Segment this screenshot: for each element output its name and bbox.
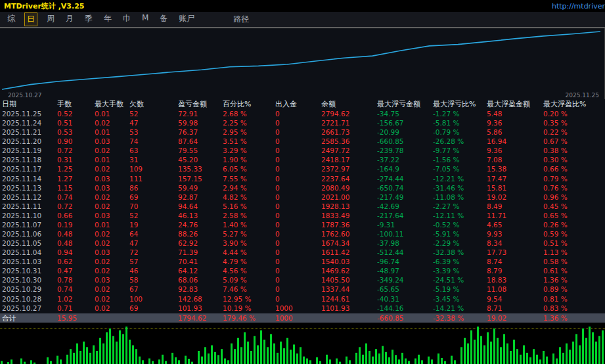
table-cell: 1.02 [55,294,93,304]
total-cell [127,313,176,323]
table-cell: 88.26 [176,229,221,239]
column-header[interactable]: 最大浮亏比% [431,99,485,109]
table-cell: 0 [273,155,319,164]
table-cell: 1000 [273,304,319,313]
menu-item-4[interactable]: 月 [64,12,76,26]
table-cell: 72.91 [176,109,221,118]
column-header[interactable]: 最大浮亏金额 [375,99,431,109]
table-cell: 53 [127,127,176,137]
table-row[interactable]: 2025.11.190.720.026379.553.29 %02497.72-… [0,146,605,155]
table-cell: 1337.44 [319,284,375,294]
menu-item-8[interactable]: M [140,12,150,26]
column-header[interactable]: 盈亏金额 [176,99,221,109]
column-header[interactable]: 最大手数 [93,99,127,109]
table-cell: 2025.10.28 [0,294,55,304]
total-cell [319,313,375,323]
table-cell: 2025.11.13 [0,183,55,193]
table-row[interactable]: 2025.11.180.310.013145.201.90 %02418.17-… [0,155,605,164]
table-row[interactable]: 2025.11.030.620.025770.414.79 %01540.03-… [0,257,605,266]
table-row[interactable]: 2025.10.290.740.026792.837.46 %01337.44-… [0,284,605,294]
titlebar-url-link[interactable]: http://mtdriver [552,2,605,11]
table-cell: 2025.11.03 [0,257,55,266]
table-cell: 63 [127,146,176,155]
table-cell: 0 [273,202,319,211]
table-cell: 10.19 % [221,304,273,313]
menu-item-9[interactable]: 备 [158,12,169,26]
table-row[interactable]: 2025.10.281.020.02100142.6812.95 %01244.… [0,294,605,304]
table-cell: 0.02 [93,118,127,127]
table-cell: 0.02 [93,304,127,313]
table-cell: 0.38 % [541,146,605,155]
table-cell: 0.03 [93,137,127,146]
table-cell: 52 [127,109,176,118]
column-header[interactable]: 欠数 [127,99,176,109]
table-cell: 0.78 [55,275,93,284]
table-cell: 2.94 % [221,183,273,193]
table-row[interactable]: 2025.11.120.740.026992.874.82 %02021.00-… [0,193,605,202]
table-cell: 1762.60 [319,229,375,239]
table-cell: -26.28 % [431,137,485,146]
table-row[interactable]: 2025.11.070.190.011924.761.40 %01787.36-… [0,220,605,229]
table-cell: 0 [273,248,319,257]
table-row[interactable]: 2025.10.270.710.0269101.9310.19 %1000110… [0,304,605,313]
table-row[interactable]: 2025.11.110.720.027094.645.16 %01928.13-… [0,202,605,211]
column-header[interactable]: 最大浮盈金额 [485,99,541,109]
table-row[interactable]: 2025.11.210.530.015376.372.95 %02661.73-… [0,127,605,137]
table-cell: 19 [127,220,176,229]
table-cell: 1.25 [55,164,93,173]
table-cell: 71.39 [176,248,221,257]
menu-item-1[interactable]: 综 [5,12,17,26]
table-row[interactable]: 2025.11.171.250.02109135.336.05 %02372.9… [0,164,605,173]
table-cell: 31 [127,155,176,164]
table-cell: 9.93 [485,229,541,239]
menu-item-3[interactable]: 周 [45,12,56,26]
menu-item-10[interactable]: 账尸 [177,12,196,26]
menu-item-2[interactable]: 日 [24,12,37,26]
table-row[interactable]: 2025.11.250.520.015272.912.68 %02794.62-… [0,109,605,118]
table-row[interactable]: 2025.11.141.270.03111157.157.55 %02237.6… [0,174,605,183]
table-cell: 92.87 [176,193,221,202]
table-row[interactable]: 2025.10.310.470.024664.124.56 %01469.62-… [0,266,605,275]
table-cell: -6.39 % [431,257,485,266]
table-row[interactable]: 2025.11.240.510.024759.982.25 %02721.71-… [0,118,605,127]
table-row[interactable]: 2025.11.131.150.038659.492.94 %02080.49-… [0,183,605,193]
column-header[interactable]: 余额 [319,99,375,109]
column-header[interactable]: 手数 [55,99,93,109]
table-cell: 0.71 [55,304,93,313]
menu-item-6[interactable]: 年 [102,12,114,26]
table-row[interactable]: 2025.11.100.660.035246.132.58 %01833.49-… [0,211,605,220]
column-header[interactable]: 最大浮盈比% [541,99,605,109]
table-cell: 2025.11.19 [0,146,55,155]
menu-item-5[interactable]: 季 [83,12,95,26]
table-cell: 2.25 % [221,118,273,127]
table-cell: 64.12 [176,266,221,275]
table-cell: 79.55 [176,146,221,155]
table-cell: -239.78 [375,146,431,155]
table-row[interactable]: 2025.11.050.480.024762.923.90 %01674.34-… [0,239,605,248]
table-row[interactable]: 2025.11.200.900.037487.643.51 %02585.36-… [0,137,605,146]
table-row[interactable]: 2025.10.300.780.035868.065.09 %01405.50-… [0,275,605,284]
activity-histogram-svg [0,323,605,364]
column-header[interactable]: 百分比% [221,99,273,109]
menu-items: 综日周月季年巾M备账尸 [5,12,196,26]
table-cell: -24.51 % [431,275,485,284]
table-cell: 9.36 [485,118,541,127]
table-cell: 59.98 [176,118,221,127]
menu-item-7[interactable]: 巾 [121,12,133,26]
table-cell: 0.67 % [541,137,605,146]
table-cell: 70 [127,202,176,211]
table-cell: -96.74 [375,257,431,266]
menu-item-path[interactable]: 路径 [231,13,251,26]
table-cell: 2025.11.12 [0,193,55,202]
column-header[interactable]: 日期 [0,99,55,109]
table-cell: 2497.72 [319,146,375,155]
column-header[interactable]: 出入金 [273,99,319,109]
table-cell: 1.90 % [221,155,273,164]
table-cell: 64 [127,229,176,239]
table-row[interactable]: 2025.11.040.940.037271.394.44 %01611.42-… [0,248,605,257]
table-cell: 2025.11.05 [0,239,55,248]
total-cell: 19.02 [485,313,541,323]
table-cell: 15.38 [485,164,541,173]
table-cell: 0.52 [55,109,93,118]
table-row[interactable]: 2025.11.060.480.026488.265.27 %01762.60-… [0,229,605,239]
